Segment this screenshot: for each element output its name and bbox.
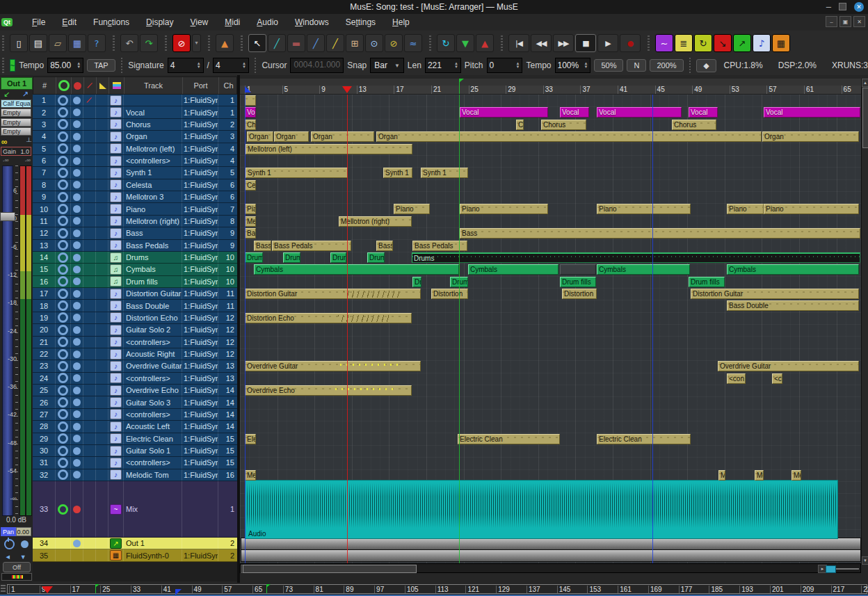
track-row-20[interactable]: 20♪Guitar Solo 21:FluidSynth12	[33, 324, 237, 336]
toolbar-grip[interactable]	[429, 35, 434, 51]
track-row-31[interactable]: 31♪<controllers>1:FluidSynth15	[33, 457, 237, 469]
track-class-cell[interactable]: ♪	[108, 95, 124, 106]
track-row-33[interactable]: 33~Mix1	[33, 481, 237, 538]
track-port[interactable]: 1:FluidSynth	[182, 203, 218, 214]
mute-toggle[interactable]	[71, 106, 83, 118]
off-toggle[interactable]	[83, 167, 96, 178]
track-port[interactable]: 1:FluidSynth	[182, 167, 218, 178]
pencil-tool-button[interactable]: ╱	[268, 34, 286, 52]
toolbar-grip[interactable]	[648, 35, 652, 51]
track-channel[interactable]: 12	[218, 324, 237, 335]
off-toggle[interactable]	[83, 155, 96, 166]
track-row-29[interactable]: 29♪Electric Clean1:FluidSynth15	[33, 433, 237, 445]
toolbar-grip[interactable]	[2, 58, 4, 73]
part-overdrive-echo[interactable]: Overdrive Echo	[245, 385, 412, 396]
horizontal-scroll-thumb[interactable]	[243, 565, 417, 573]
record-toggle[interactable]	[56, 300, 71, 311]
mute-toggle[interactable]	[71, 131, 83, 142]
overview-left-locator-icon[interactable]	[175, 589, 182, 595]
track-class-cell[interactable]: ♪	[108, 240, 124, 251]
record-toggle[interactable]	[56, 549, 71, 561]
part-cymbals[interactable]: Cymbals	[597, 264, 690, 275]
track-name[interactable]: Cymbals	[124, 264, 182, 275]
mute-toggle[interactable]	[71, 227, 83, 239]
mute-toggle[interactable]	[71, 216, 83, 227]
wave-editor-button[interactable]: ~	[655, 34, 673, 52]
timeline-cell[interactable]	[96, 216, 108, 227]
part-vocal[interactable]: Vocal	[460, 107, 548, 118]
overview-playhead-icon[interactable]	[42, 586, 53, 593]
track-port[interactable]	[182, 481, 218, 537]
mute-toggle[interactable]	[71, 312, 83, 323]
record-toggle[interactable]	[56, 481, 71, 537]
new-from-template-button[interactable]: ▤	[29, 34, 47, 52]
mute-toggle[interactable]	[71, 119, 83, 130]
track-class-cell[interactable]: ♪	[108, 216, 124, 227]
off-toggle[interactable]	[83, 240, 96, 251]
track-row-15[interactable]: 15♫Cymbals1:FluidSynth10	[33, 264, 237, 275]
len-spinbox[interactable]: 221	[425, 58, 461, 73]
menu-settings[interactable]: Settings	[339, 16, 383, 29]
track-port[interactable]: 1:FluidSynth	[182, 549, 218, 561]
track-class-cell[interactable]: ♪	[108, 288, 124, 299]
track-class-cell[interactable]: ♪	[108, 337, 124, 348]
part-cymbals[interactable]: Cymbals	[468, 264, 558, 275]
track-channel[interactable]: 14	[218, 396, 237, 408]
signature-denominator-spinbox[interactable]: 4	[213, 58, 249, 73]
audio-part[interactable]: Audio	[245, 480, 838, 539]
record-toggle[interactable]	[56, 252, 71, 263]
mute-toggle[interactable]	[71, 300, 83, 311]
record-toggle[interactable]	[56, 119, 71, 130]
part-cymbals[interactable]: Cymbals	[727, 264, 859, 275]
tempo-spinbox[interactable]: 85.00	[47, 58, 83, 73]
part-drum[interactable]: Drum	[245, 252, 263, 263]
timeline-cell[interactable]	[96, 312, 108, 323]
timeline-cell[interactable]	[96, 106, 108, 118]
part-bass-pedals[interactable]: Bass Pedals	[272, 241, 351, 251]
part-me[interactable]: Me	[245, 216, 256, 227]
track-name[interactable]: Drums	[124, 252, 182, 263]
track-port[interactable]: 1:FluidSynth	[182, 360, 218, 371]
mute-toggle[interactable]	[71, 421, 83, 432]
mute-toggle[interactable]	[71, 549, 83, 561]
track-name[interactable]: Synth 1	[124, 167, 182, 178]
record-button[interactable]: ●	[620, 34, 641, 52]
mute-toggle[interactable]	[71, 433, 83, 444]
track-channel[interactable]: 14	[218, 385, 237, 396]
playhead-marker-icon[interactable]	[342, 86, 352, 93]
part-overdrive-guitar[interactable]: Overdrive Guitar	[718, 361, 859, 371]
off-toggle[interactable]	[83, 433, 96, 444]
part-drum-fills[interactable]: Drum fills	[560, 277, 596, 287]
timeline-cell[interactable]	[96, 445, 108, 456]
off-toggle[interactable]	[83, 300, 96, 311]
effect-slot[interactable]: Calf Equali:	[1, 99, 31, 108]
track-name[interactable]: Guitar Solo 2	[124, 324, 182, 335]
track-name[interactable]: Mellotron 3	[124, 191, 182, 202]
track-class-cell[interactable]: ♪	[108, 179, 124, 191]
timeline-cell[interactable]	[96, 360, 108, 371]
off-toggle[interactable]	[83, 191, 96, 202]
header-mute-icon[interactable]	[72, 77, 84, 94]
track-channel[interactable]: 1	[218, 106, 237, 118]
left-locator-marker-icon[interactable]	[245, 86, 251, 92]
track-row-2[interactable]: 2♪Vocal1:FluidSynth1	[33, 106, 237, 118]
track-port[interactable]: 1:FluidSynth	[182, 433, 218, 444]
track-port[interactable]: 1:FluidSynth	[182, 300, 218, 311]
off-toggle[interactable]	[83, 457, 96, 468]
timeline-cell[interactable]	[96, 191, 108, 202]
mdi-close-button[interactable]: ✕	[853, 16, 865, 27]
track-name[interactable]: Out 1	[124, 538, 182, 549]
track-name[interactable]: Distortion Echo	[124, 312, 182, 323]
track-row-5[interactable]: 5♪Mellotron (left)1:FluidSynth4	[33, 143, 237, 155]
timeline-cell[interactable]	[96, 409, 108, 420]
track-name[interactable]: Bass Double	[124, 300, 182, 311]
mute-toggle[interactable]	[71, 385, 83, 396]
part-vo[interactable]: Vo	[245, 107, 256, 118]
part-organ[interactable]: Organ	[762, 131, 859, 142]
toolbar-grip[interactable]	[689, 58, 691, 73]
off-toggle[interactable]	[83, 179, 96, 191]
track-port[interactable]: 1:FluidSynth	[182, 385, 218, 396]
mute-toggle[interactable]	[71, 240, 83, 251]
part-me[interactable]: Me	[245, 470, 256, 481]
timeline-cell[interactable]	[96, 227, 108, 239]
